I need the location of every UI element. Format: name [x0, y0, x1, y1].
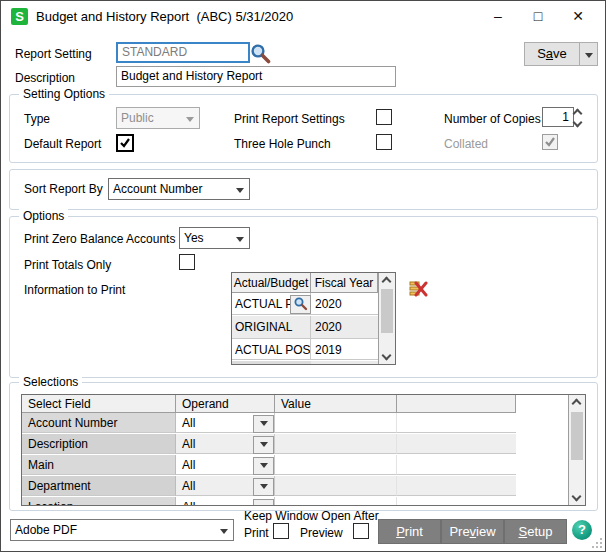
number-of-copies-input[interactable]: 1: [542, 107, 574, 127]
table-cell[interactable]: 2019: [311, 338, 378, 360]
three-hole-punch-checkbox[interactable]: [376, 134, 392, 150]
keep-open-preview-label: Preview: [300, 526, 343, 540]
operand-dropdown-button[interactable]: [253, 415, 274, 433]
setting-options-title: Setting Options: [19, 87, 109, 101]
scroll-down-icon[interactable]: [382, 351, 392, 361]
info-table-scrollbar[interactable]: [378, 273, 395, 364]
sort-report-by-value: Account Number: [113, 182, 202, 196]
collated-checkbox: [542, 134, 558, 150]
operand-dropdown-button[interactable]: [253, 499, 274, 506]
select-field-cell[interactable]: Department: [22, 476, 176, 496]
default-report-label: Default Report: [24, 137, 101, 151]
select-field-cell[interactable]: Location: [22, 497, 176, 506]
preview-button[interactable]: Preview: [441, 519, 504, 544]
resize-grip[interactable]: [592, 538, 602, 548]
options-group: Options Print Zero Balance Accounts Yes …: [9, 216, 598, 378]
chevron-down-icon: [260, 442, 268, 447]
print-zero-balance-label: Print Zero Balance Accounts: [24, 232, 175, 246]
setup-button[interactable]: Setup: [504, 519, 567, 544]
scrollbar-thumb[interactable]: [571, 412, 583, 460]
scroll-down-icon[interactable]: [572, 492, 582, 502]
value-cell[interactable]: [275, 476, 397, 496]
budget-history-report-window: S Budget and History Report (ABC) 5/31/2…: [0, 0, 606, 552]
actual-budget-lookup-button[interactable]: [290, 295, 311, 314]
table-row[interactable]: ACTUAL POSTINGS: [232, 338, 311, 360]
print-button[interactable]: Print: [378, 519, 441, 544]
collated-label: Collated: [444, 137, 488, 151]
report-setting-label: Report Setting: [15, 47, 92, 61]
check-icon: [543, 135, 557, 149]
save-dropdown-button[interactable]: [579, 42, 598, 66]
keep-open-preview-checkbox[interactable]: [353, 523, 369, 539]
select-field-cell[interactable]: Account Number: [22, 413, 176, 433]
scroll-up-icon[interactable]: [382, 277, 392, 287]
chevron-down-icon: [585, 53, 593, 58]
save-button[interactable]: Save: [524, 42, 580, 66]
sort-group: Sort Report By Account Number: [9, 169, 598, 210]
selections-table: Select Field Operand Value Account Numbe…: [21, 394, 586, 506]
table-row[interactable]: ORIGINAL: [232, 316, 311, 338]
options-title: Options: [19, 209, 68, 223]
print-report-settings-label: Print Report Settings: [234, 112, 345, 126]
description-label: Description: [15, 71, 75, 85]
save-button-label: S: [537, 46, 546, 61]
select-field-cell[interactable]: Description: [22, 434, 176, 454]
table-cell[interactable]: 2020: [311, 316, 378, 338]
scrollbar-thumb[interactable]: [381, 289, 393, 333]
help-icon[interactable]: ?: [572, 520, 592, 540]
preview-button-label: Pre: [449, 524, 469, 539]
information-to-print-label: Information to Print: [24, 283, 125, 297]
print-zero-balance-value: Yes: [184, 231, 204, 245]
default-report-checkbox[interactable]: [116, 134, 134, 152]
operand-dropdown-button[interactable]: [253, 478, 274, 496]
sage-logo-icon: S: [11, 8, 28, 25]
clear-grid-icon[interactable]: [409, 279, 428, 301]
print-button-mnemonic: P: [396, 524, 405, 539]
column-header-operand[interactable]: Operand: [176, 395, 275, 413]
value-cell[interactable]: [275, 434, 397, 454]
value-cell[interactable]: [275, 413, 397, 433]
type-value: Public: [121, 111, 154, 125]
column-header-select-field[interactable]: Select Field: [22, 395, 176, 413]
operand-dropdown-button[interactable]: [253, 457, 274, 475]
description-input[interactable]: Budget and History Report: [116, 66, 396, 87]
table-row-partial: [311, 361, 378, 364]
report-setting-lookup-icon[interactable]: [250, 43, 271, 67]
window-title: Budget and History Report (ABC) 5/31/202…: [36, 9, 293, 24]
operand-dropdown-button[interactable]: [253, 436, 274, 454]
chevron-down-icon: [236, 237, 244, 242]
maximize-icon[interactable]: □: [523, 4, 553, 28]
sort-report-by-label: Sort Report By: [24, 182, 103, 196]
column-header-actual-budget[interactable]: Actual/Budget: [232, 273, 311, 293]
chevron-down-icon: [220, 529, 228, 534]
close-icon[interactable]: ✕: [563, 4, 593, 28]
copies-spinner-down-icon[interactable]: [573, 118, 583, 128]
preview-button-label-post: iew: [476, 524, 496, 539]
value-cell[interactable]: [275, 455, 397, 475]
scroll-up-icon[interactable]: [572, 399, 582, 409]
type-select[interactable]: Public: [116, 107, 200, 129]
print-zero-balance-select[interactable]: Yes: [179, 227, 250, 249]
chevron-down-icon: [186, 117, 194, 122]
printer-value: Adobe PDF: [15, 523, 77, 537]
value-cell[interactable]: [275, 497, 397, 506]
report-setting-input[interactable]: STANDARD: [116, 42, 250, 63]
table-cell[interactable]: 2020: [311, 293, 378, 315]
information-to-print-table: Actual/Budget Fiscal Year ACTUAL POSTING…: [231, 272, 396, 365]
selections-group: Selections Select Field Operand Value Ac…: [9, 382, 598, 511]
save-button-label-post: ve: [553, 46, 567, 61]
minimize-icon[interactable]: –: [483, 4, 513, 28]
print-report-settings-checkbox[interactable]: [376, 109, 392, 125]
keep-window-open-label: Keep Window Open After: [244, 509, 379, 523]
sort-report-by-select[interactable]: Account Number: [108, 178, 250, 200]
selections-scrollbar[interactable]: [568, 395, 585, 505]
print-totals-only-checkbox[interactable]: [179, 254, 195, 270]
printer-select[interactable]: Adobe PDF: [10, 519, 234, 541]
selections-title: Selections: [19, 375, 82, 389]
number-of-copies-label: Number of Copies: [444, 112, 541, 126]
type-label: Type: [24, 112, 50, 126]
select-field-cell[interactable]: Main: [22, 455, 176, 475]
column-header-value[interactable]: Value: [275, 395, 397, 413]
column-header-fiscal-year[interactable]: Fiscal Year: [311, 273, 378, 293]
keep-open-print-checkbox[interactable]: [273, 523, 289, 539]
